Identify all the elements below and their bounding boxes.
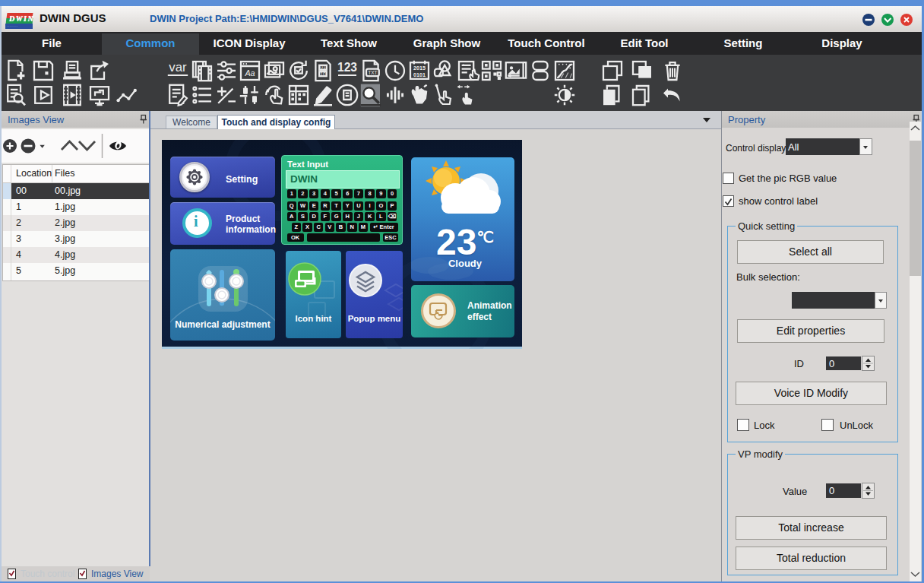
svg-text:123: 123: [337, 61, 357, 74]
svg-text:10: 10: [320, 71, 326, 77]
svg-text:Aa: Aa: [244, 68, 255, 78]
svg-text:01: 01: [320, 65, 326, 70]
svg-text:TXT: TXT: [368, 70, 377, 75]
svg-text:0101: 0101: [413, 71, 426, 78]
svg-text:var: var: [169, 60, 187, 74]
